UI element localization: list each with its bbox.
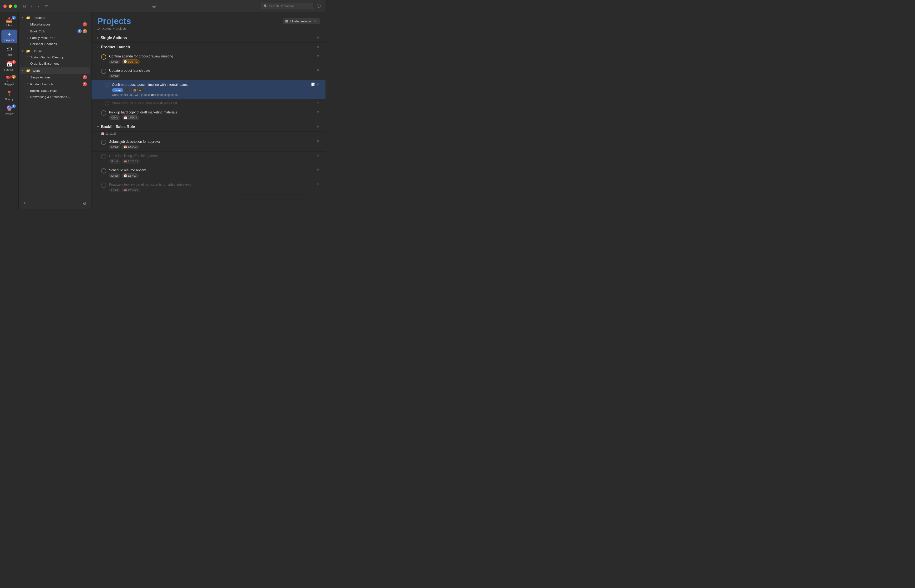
networking-label: Networking & Professiona... xyxy=(30,95,70,99)
finalize-panel-right: ⚑ xyxy=(317,183,320,186)
share-timeline-right: ⚑ xyxy=(317,101,320,105)
sidebar-item-inbox[interactable]: 2 📥 Inbox xyxy=(2,15,17,29)
confirm-timeline-flag-icon[interactable]: ⚑ xyxy=(317,82,320,86)
nearby-icon: 📍 xyxy=(6,90,12,97)
pickup-marketing-right: ⚑ xyxy=(317,110,320,114)
work-folder-icon: 📁 xyxy=(26,69,30,73)
update-launch-email-tag[interactable]: Email xyxy=(109,74,120,78)
section-single-actions[interactable]: › Single Actions ⚑ xyxy=(92,33,326,43)
submit-job-checkbox[interactable] xyxy=(101,140,106,145)
confirm-agenda-checkbox[interactable] xyxy=(101,54,106,60)
hand-listing-flag-icon[interactable]: ⚑ xyxy=(317,154,320,158)
nav-item-single-actions[interactable]: ⬡ Single Actions 1 xyxy=(20,74,90,81)
task-confirm-agenda[interactable]: Confirm agenda for product review meetin… xyxy=(92,52,326,66)
folder-selected-label: 1 folder selected xyxy=(289,19,312,23)
confirm-timeline-content: Confirm product launch timeline with int… xyxy=(112,82,309,96)
task-schedule-resume[interactable]: Schedule resume review Email 📅 12/7/23 ⚑ xyxy=(92,166,326,180)
submit-job-email-tag[interactable]: Email xyxy=(109,145,120,149)
flagged-badge: 2 xyxy=(12,75,16,79)
hand-listing-email-tag[interactable]: Email xyxy=(109,159,120,163)
close-button[interactable] xyxy=(3,5,6,8)
confirm-agenda-flag-icon[interactable]: ⚑ xyxy=(317,54,320,58)
nav-item-networking[interactable]: ⬡ Networking & Professiona... xyxy=(20,94,90,100)
confirm-timeline-meta: Today + 📅 Due xyxy=(112,88,309,92)
folder-work[interactable]: ▼ 📁 Work xyxy=(19,68,90,74)
organize-basement-label: Organize Basement xyxy=(30,62,59,65)
subtask-confirm-timeline[interactable]: Confirm product launch timeline with int… xyxy=(92,80,326,99)
sidebar-item-forecast[interactable]: 5 📅 Forecast xyxy=(2,59,17,73)
personal-finances-label: Personal Finances xyxy=(30,42,57,46)
minimize-button[interactable] xyxy=(8,5,12,8)
search-input[interactable] xyxy=(269,4,310,8)
task-pickup-marketing[interactable]: Pick up hard copy of draft marketing mat… xyxy=(92,108,326,122)
share-timeline-checkbox[interactable] xyxy=(105,101,109,106)
confirm-agenda-email-tag[interactable]: Email xyxy=(109,60,120,64)
single-actions-label: Single Actions xyxy=(30,76,50,79)
sidebar-toggle-button[interactable]: ⊡ xyxy=(21,3,27,9)
update-launch-date-meta: Email xyxy=(109,74,314,78)
confirm-timeline-plus-icon[interactable]: + xyxy=(124,88,129,92)
pickup-marketing-content: Pick up hard copy of draft marketing mat… xyxy=(109,110,314,120)
update-launch-date-right: ⚑ xyxy=(317,68,320,72)
schedule-resume-checkbox[interactable] xyxy=(101,168,106,173)
nav-item-product-launch[interactable]: ⬡ Product Launch 1 xyxy=(20,81,90,87)
schedule-resume-meta: Email 📅 12/7/23 xyxy=(109,173,314,178)
section-backfill-sales[interactable]: ▾ Backfill Sales Role ⚑ xyxy=(92,122,326,132)
maximize-button[interactable] xyxy=(14,5,17,8)
sidebar-item-nearby[interactable]: 📍 Nearby xyxy=(2,89,17,102)
sidebar-item-review[interactable]: 6 🔮 Review xyxy=(2,103,17,117)
sidebar-item-flagged[interactable]: 2 🚩 Flagged xyxy=(2,74,17,88)
folder-house[interactable]: ▼ 📁 House xyxy=(19,48,90,54)
nav-item-personal-finances[interactable]: ⬡ Personal Finances xyxy=(20,41,90,47)
nav-item-family-meal-prep[interactable]: ⬡ Family Meal Prep xyxy=(20,35,90,41)
inbox-icon: 📥 xyxy=(6,17,12,23)
sidebar-item-tags[interactable]: 🏷 Tags xyxy=(2,44,17,58)
nav-item-spring-garden[interactable]: ⬡ Spring Garden Cleanup xyxy=(20,54,90,60)
update-launch-flag-icon[interactable]: ⚑ xyxy=(317,68,320,72)
update-launch-date-checkbox[interactable] xyxy=(101,69,106,74)
section-product-launch[interactable]: ▾ Product Launch ⚑ xyxy=(92,43,326,52)
house-chevron-icon: ▼ xyxy=(21,50,24,52)
task-hand-listing[interactable]: Hand job listing off to hiring team Emai… xyxy=(92,152,326,166)
preview-button[interactable]: 👁 xyxy=(43,3,50,9)
sidebar-icons: 2 📥 Inbox ✦ Projects 🏷 Tags 5 📅 Forecast… xyxy=(0,12,19,209)
product-launch-dot-icon: ⬡ xyxy=(27,83,28,85)
sidebar-item-projects[interactable]: ✦ Projects xyxy=(2,29,17,44)
settings-button[interactable]: ⚙ xyxy=(81,200,89,207)
schedule-resume-flag-icon[interactable]: ⚑ xyxy=(317,168,320,172)
folder-selected-close[interactable]: ✕ xyxy=(313,19,317,23)
finalize-panel-flag-icon[interactable]: ⚑ xyxy=(317,183,320,186)
nav-item-organize-basement[interactable]: ⬡ Organize Basement xyxy=(20,61,90,66)
share-timeline-flag-icon[interactable]: ⚑ xyxy=(317,101,320,105)
forward-button[interactable]: › xyxy=(36,3,40,9)
back-button[interactable]: ‹ xyxy=(30,3,34,9)
info-button[interactable]: ⓘ xyxy=(315,3,322,10)
family-meal-dot-icon: ⬡ xyxy=(27,37,28,39)
add-item-button[interactable]: + xyxy=(139,2,145,10)
pickup-marketing-checkbox[interactable] xyxy=(101,110,106,116)
content-list: › Single Actions ⚑ ▾ Product Launch ⚑ Co… xyxy=(92,33,326,209)
nav-item-miscellaneous[interactable]: ⬡ Miscellaneous 1 xyxy=(20,21,90,27)
task-submit-job[interactable]: Submit job description for approval Emai… xyxy=(92,137,326,152)
task-update-launch-date[interactable]: Update product launch date Email ⚑ xyxy=(92,66,326,80)
house-folder-label: House xyxy=(32,49,42,53)
pickup-marketing-flag-icon[interactable]: ⚑ xyxy=(317,110,320,114)
task-finalize-panel[interactable]: Finalize interview panel participants fo… xyxy=(92,180,326,194)
add-project-button[interactable]: + xyxy=(21,200,28,207)
hand-listing-checkbox[interactable] xyxy=(101,154,106,159)
folder-personal[interactable]: ▼ 📁 Personal xyxy=(19,15,90,21)
finalize-panel-email-tag[interactable]: Email xyxy=(109,188,120,192)
submit-job-flag-icon[interactable]: ⚑ xyxy=(317,139,320,143)
share-timeline-content: Share product launch timeline with press… xyxy=(112,101,314,105)
finalize-panel-checkbox[interactable] xyxy=(101,183,106,188)
nav-item-book-club[interactable]: ⬡ Book Club 1 1 xyxy=(20,28,90,35)
fullscreen-button[interactable]: ⛶ xyxy=(163,2,171,10)
schedule-resume-email-tag[interactable]: Email xyxy=(109,173,120,178)
columns-icon: ⊞ xyxy=(285,19,288,23)
book-club-dot-icon: ⬡ xyxy=(27,30,28,32)
nav-item-backfill-sales[interactable]: ○ Backfill Sales Role xyxy=(20,88,90,94)
subtask-share-timeline[interactable]: Share product launch timeline with press… xyxy=(92,99,326,108)
confirm-timeline-checkbox[interactable] xyxy=(105,83,109,87)
pickup-marketing-office-tag[interactable]: Office xyxy=(109,115,120,120)
inbox-add-button[interactable]: ⊕ xyxy=(150,2,158,10)
